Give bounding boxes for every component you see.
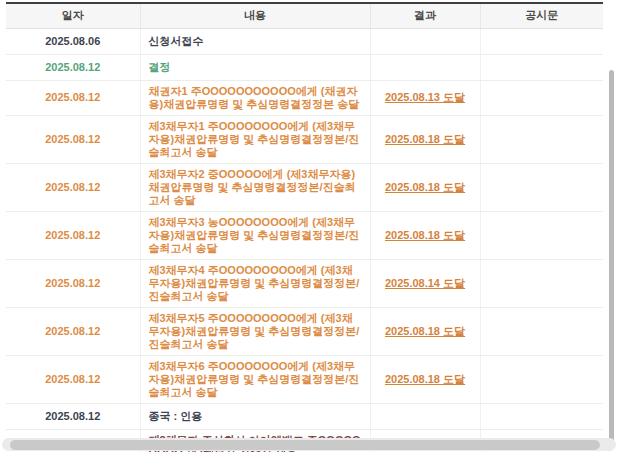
column-header-content: 내용 <box>140 3 370 28</box>
cell-date: 2025.08.12 <box>6 80 140 115</box>
cell-result: 2025.08.18 도달 <box>370 163 480 211</box>
cell-date: 2025.08.12 <box>6 259 140 307</box>
cell-date: 2025.08.12 <box>6 163 140 211</box>
cell-result: 2025.08.18 도달 <box>370 115 480 163</box>
cell-notice <box>480 355 603 403</box>
cell-date: 2025.08.12 <box>6 211 140 259</box>
cell-content: 결정 <box>140 54 370 80</box>
table-header: 일자 내용 결과 공시문 <box>6 3 603 28</box>
cell-notice <box>480 163 603 211</box>
case-progress-table: 일자 내용 결과 공시문 2025.08.06신청서접수2025.08.12결정… <box>6 2 603 452</box>
cell-content: 제3채무자4 주OOOOOOOOO에게 (제3채무자용)채권압류명령 및 추심명… <box>140 259 370 307</box>
horizontal-scrollbar-track[interactable] <box>2 438 616 451</box>
case-progress-panel: 일자 내용 결과 공시문 2025.08.06신청서접수2025.08.12결정… <box>6 2 603 452</box>
cell-content: 채권자1 주OOOOOOOOOOO에게 (채권자용)채권압류명령 및 추심명령결… <box>140 80 370 115</box>
column-header-notice: 공시문 <box>480 3 603 28</box>
cell-notice <box>480 307 603 355</box>
cell-result <box>370 54 480 80</box>
table-row: 2025.08.12제3채무자4 주OOOOOOOOO에게 (제3채무자용)채권… <box>6 259 603 307</box>
cell-date: 2025.08.12 <box>6 54 140 80</box>
cell-notice <box>480 403 603 429</box>
cell-notice <box>480 211 603 259</box>
cell-date: 2025.08.06 <box>6 28 140 54</box>
table-row: 2025.08.12결정 <box>6 54 603 80</box>
cell-result: 2025.08.13 도달 <box>370 80 480 115</box>
cell-content: 제3채무자6 주OOOOOOOO에게 (제3채무자용)채권압류명령 및 추심명령… <box>140 355 370 403</box>
vertical-scrollbar[interactable] <box>609 70 614 448</box>
table-row: 2025.08.12채권자1 주OOOOOOOOOOO에게 (채권자용)채권압류… <box>6 80 603 115</box>
table-row: 2025.08.12제3채무자3 농OOOOOOOO에게 (제3채무자용)채권압… <box>6 211 603 259</box>
result-link[interactable]: 2025.08.13 도달 <box>385 91 465 103</box>
table-row: 2025.08.12제3채무자2 중OOOOO에게 (제3채무자용)채권압류명령… <box>6 163 603 211</box>
cell-result: 2025.08.14 도달 <box>370 259 480 307</box>
column-header-result: 결과 <box>370 3 480 28</box>
result-link[interactable]: 2025.08.18 도달 <box>385 229 465 241</box>
result-link[interactable]: 2025.08.14 도달 <box>385 277 465 289</box>
table-body: 2025.08.06신청서접수2025.08.12결정2025.08.12채권자… <box>6 28 603 452</box>
cell-result <box>370 28 480 54</box>
cell-result: 2025.08.18 도달 <box>370 211 480 259</box>
cell-content: 제3채무자5 주OOOOOOOOO에게 (제3채무자용)채권압류명령 및 추심명… <box>140 307 370 355</box>
cell-notice <box>480 80 603 115</box>
table-row: 2025.08.12제3채무자6 주OOOOOOOO에게 (제3채무자용)채권압… <box>6 355 603 403</box>
cell-date: 2025.08.12 <box>6 115 140 163</box>
result-link[interactable]: 2025.08.18 도달 <box>385 325 465 337</box>
cell-result: 2025.08.18 도달 <box>370 307 480 355</box>
table-row: 2025.08.06신청서접수 <box>6 28 603 54</box>
cell-content: 제3채무자2 중OOOOO에게 (제3채무자용)채권압류명령 및 추심명령결정정… <box>140 163 370 211</box>
table-row: 2025.08.12종국 : 인용 <box>6 403 603 429</box>
cell-content: 제3채무자3 농OOOOOOOO에게 (제3채무자용)채권압류명령 및 추심명령… <box>140 211 370 259</box>
table-row: 2025.08.12제3채무자1 주OOOOOOOO에게 (제3채무자용)채권압… <box>6 115 603 163</box>
cell-content: 종국 : 인용 <box>140 403 370 429</box>
horizontal-scrollbar-thumb[interactable] <box>10 440 600 450</box>
cell-notice <box>480 28 603 54</box>
cell-date: 2025.08.12 <box>6 403 140 429</box>
cell-notice <box>480 259 603 307</box>
cell-notice <box>480 54 603 80</box>
result-link[interactable]: 2025.08.18 도달 <box>385 373 465 385</box>
result-link[interactable]: 2025.08.18 도달 <box>385 133 465 145</box>
cell-date: 2025.08.12 <box>6 307 140 355</box>
table-row: 2025.08.12제3채무자5 주OOOOOOOOO에게 (제3채무자용)채권… <box>6 307 603 355</box>
cell-date: 2025.08.12 <box>6 355 140 403</box>
cell-content: 신청서접수 <box>140 28 370 54</box>
cell-notice <box>480 115 603 163</box>
column-header-date: 일자 <box>6 3 140 28</box>
cell-result: 2025.08.18 도달 <box>370 355 480 403</box>
cell-content: 제3채무자1 주OOOOOOOO에게 (제3채무자용)채권압류명령 및 추심명령… <box>140 115 370 163</box>
cell-result <box>370 403 480 429</box>
result-link[interactable]: 2025.08.18 도달 <box>385 181 465 193</box>
